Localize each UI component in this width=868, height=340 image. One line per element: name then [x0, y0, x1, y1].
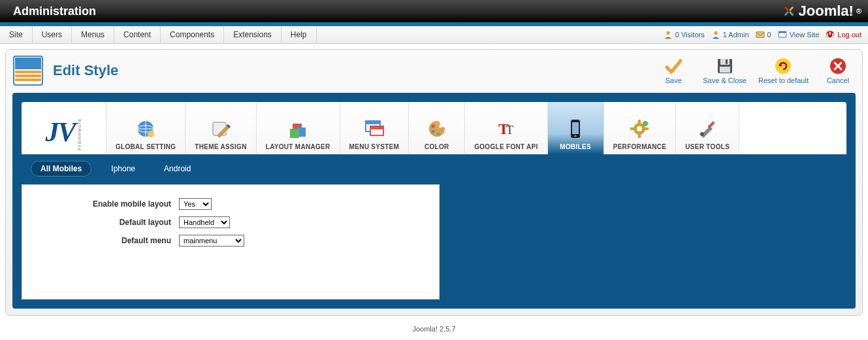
topbar: Administration Joomla!® — [0, 0, 868, 26]
status-bar: 0 Visitors 1 Admin 0 View Site Log out — [664, 26, 868, 43]
label-default-menu: Default menu — [35, 236, 179, 245]
brand-text: Joomla! — [799, 3, 854, 20]
svg-point-39 — [637, 126, 642, 131]
select-enable-mobile[interactable]: Yes — [179, 198, 212, 210]
framework-panel: JV Framework GLOBAL SETTING THEME ASSIGN… — [12, 93, 856, 309]
layout-icon — [287, 118, 308, 139]
svg-text:T: T — [506, 124, 513, 137]
joomla-icon — [782, 4, 796, 18]
messages-count[interactable]: 0 — [756, 30, 771, 39]
svg-rect-40 — [638, 120, 641, 124]
view-site-link[interactable]: View Site — [778, 30, 820, 39]
save-close-button[interactable]: Save & Close — [703, 57, 747, 84]
svg-rect-9 — [15, 71, 41, 73]
gear-icon — [629, 118, 650, 139]
page-title: Edit Style — [53, 62, 656, 79]
logout-icon — [826, 30, 835, 39]
preview-icon — [778, 30, 787, 39]
admins-count[interactable]: 1 Admin — [711, 30, 749, 39]
jv-logo-tab: JV Framework — [22, 102, 106, 154]
page-icon — [12, 55, 44, 86]
tab-performance[interactable]: PERFORMANCE — [604, 102, 677, 154]
svg-rect-45 — [708, 121, 715, 128]
tab-color[interactable]: COLOR — [409, 102, 465, 154]
tab-layout-manager[interactable]: LAYOUT MANAGER — [257, 102, 340, 154]
label-enable-mobile: Enable mobile layout — [35, 199, 179, 209]
select-default-menu[interactable]: mainmenu — [179, 235, 244, 246]
tab-theme-assign[interactable]: THEME ASSIGN — [185, 102, 256, 154]
tab-menu-system[interactable]: MENU SYSTEM — [340, 102, 410, 154]
row-enable-mobile: Enable mobile layout Yes — [35, 198, 426, 210]
svg-point-0 — [666, 31, 669, 35]
tab-global-setting[interactable]: GLOBAL SETTING — [106, 102, 185, 154]
theme-icon — [210, 118, 231, 139]
subtab-iphone[interactable]: Iphone — [102, 162, 144, 176]
mobile-icon — [565, 118, 586, 139]
svg-rect-42 — [630, 128, 634, 130]
palette-icon — [426, 118, 447, 139]
svg-rect-36 — [572, 122, 579, 134]
svg-point-29 — [431, 125, 434, 128]
cancel-icon — [829, 57, 847, 75]
tools-icon — [697, 118, 718, 139]
svg-rect-26 — [366, 121, 380, 124]
content-panel: Edit Style Save Save & Close Reset to de… — [5, 49, 863, 316]
footer-version: Joomla! 2.5.7 — [0, 321, 868, 337]
framework-tabs: JV Framework GLOBAL SETTING THEME ASSIGN… — [22, 102, 846, 154]
joomla-logo: Joomla!® — [782, 3, 861, 20]
save-button[interactable]: Save — [656, 57, 691, 84]
menu-menus[interactable]: Menus — [72, 26, 114, 43]
mobile-settings-form: Enable mobile layout Yes Default layout … — [22, 184, 440, 299]
menu-icon — [364, 118, 385, 139]
reset-icon — [774, 57, 792, 75]
subtab-android[interactable]: Android — [155, 162, 200, 176]
svg-rect-10 — [15, 75, 41, 77]
svg-rect-11 — [15, 78, 41, 81]
toolbar: Save Save & Close Reset to default Cance… — [656, 57, 856, 84]
svg-rect-13 — [720, 59, 730, 65]
select-default-layout[interactable]: Handheld — [179, 216, 230, 228]
tab-mobiles[interactable]: MOBILES — [548, 102, 604, 154]
svg-point-20 — [148, 131, 154, 137]
label-default-layout: Default layout — [35, 218, 179, 227]
svg-point-1 — [714, 31, 717, 35]
tab-user-tools[interactable]: USER TOOLS — [676, 102, 739, 154]
svg-rect-4 — [779, 33, 786, 37]
menu-help[interactable]: Help — [281, 26, 317, 43]
svg-point-44 — [643, 121, 648, 126]
mobile-subtabs: All Mobiles Iphone Android — [22, 154, 846, 184]
svg-point-30 — [431, 130, 434, 133]
page-header: Edit Style Save Save & Close Reset to de… — [12, 55, 856, 86]
visitors-icon — [664, 30, 673, 39]
svg-point-32 — [435, 122, 438, 126]
svg-point-37 — [575, 135, 577, 137]
svg-rect-43 — [645, 128, 649, 130]
svg-point-46 — [700, 132, 704, 136]
menu-site[interactable]: Site — [0, 26, 33, 43]
svg-point-31 — [436, 133, 440, 136]
menu-components[interactable]: Components — [161, 26, 224, 43]
logout-link[interactable]: Log out — [826, 30, 861, 39]
menu-users[interactable]: Users — [33, 26, 72, 43]
menu-extensions[interactable]: Extensions — [224, 26, 281, 43]
save-icon — [664, 57, 683, 75]
main-menu: Site Users Menus Content Components Exte… — [0, 26, 317, 43]
visitors-count[interactable]: 0 Visitors — [664, 30, 705, 39]
svg-rect-28 — [370, 126, 383, 129]
reset-button[interactable]: Reset to default — [758, 57, 809, 84]
mail-icon — [756, 30, 765, 39]
subtab-all-mobiles[interactable]: All Mobiles — [31, 161, 91, 177]
row-default-layout: Default layout Handheld — [35, 216, 426, 228]
svg-rect-2 — [756, 32, 764, 38]
tab-google-font[interactable]: TT GOOGLE FONT API — [465, 102, 547, 154]
admin-title: Administration — [13, 5, 782, 18]
jv-logo-text: JV — [45, 118, 74, 146]
menubar: Site Users Menus Content Components Exte… — [0, 26, 868, 44]
row-default-menu: Default menu mainmenu — [35, 235, 426, 246]
svg-rect-24 — [290, 129, 299, 138]
menu-content[interactable]: Content — [114, 26, 161, 43]
cancel-button[interactable]: Cancel — [820, 57, 856, 84]
svg-point-16 — [775, 58, 791, 74]
svg-rect-41 — [638, 134, 641, 138]
svg-rect-14 — [726, 60, 728, 64]
